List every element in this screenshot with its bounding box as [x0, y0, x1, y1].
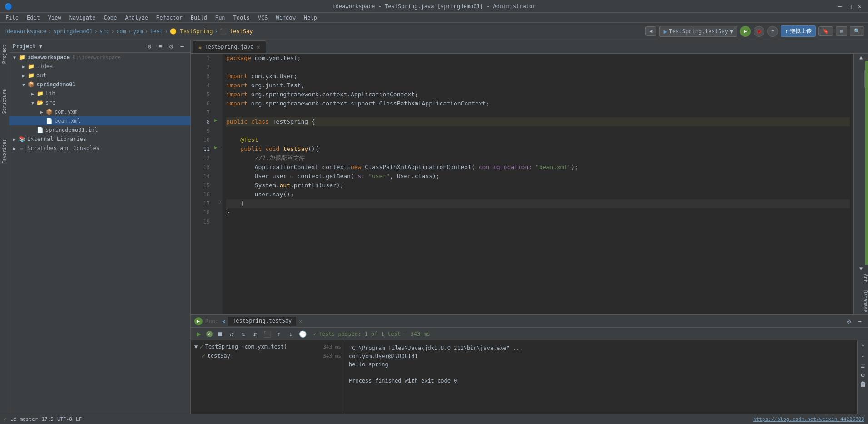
sort-button[interactable]: ⇅ — [239, 329, 248, 339]
run-config-dropdown[interactable]: ▶ TestSpring.testSay ▼ — [659, 26, 737, 37]
clock-button[interactable]: 🕐 — [298, 329, 307, 339]
line-num-10: 10 — [191, 135, 210, 145]
code-line-7 — [226, 108, 850, 117]
file-tree: ▼ 📁 ideaworkspace D:\ideaworkspace ▶ 📁 .… — [9, 53, 190, 414]
menu-run[interactable]: Run — [212, 14, 229, 22]
panel-close-button[interactable]: − — [178, 42, 187, 51]
breadcrumb-test[interactable]: test — [150, 28, 163, 35]
tree-label-src: src — [45, 100, 55, 106]
expand-arrow-springdemo01: ▼ — [20, 81, 27, 88]
tree-label-beanxml: bean.xml — [55, 118, 81, 124]
minimize-panel-button[interactable]: − — [855, 317, 864, 326]
menu-help[interactable]: Help — [300, 14, 321, 22]
console-output: "C:\Program Files\Java\jdk1.8.0_211\bin\… — [345, 340, 857, 414]
rerun-failed-button[interactable]: ↺ — [227, 329, 236, 339]
tree-item-comyxm[interactable]: ▶ 📦 com.yxm — [9, 107, 190, 116]
run-tab-label[interactable]: TestSpring.testSay — [228, 317, 296, 326]
tree-item-idea[interactable]: ▶ 📁 .idea — [9, 62, 190, 71]
run-button[interactable]: ▶ — [740, 26, 751, 37]
editor-area: ☕ TestSpring.java ✕ 1 2 3 4 5 — [191, 40, 868, 314]
console-scroll-up[interactable]: ↑ — [861, 342, 864, 349]
tree-item-src[interactable]: ▼ 📂 src — [9, 98, 190, 107]
line-num-5: 5 — [191, 90, 210, 99]
breadcrumb-yxm[interactable]: yxm — [133, 28, 143, 35]
bookmark-button[interactable]: 🔖 — [818, 26, 833, 36]
tree-item-out[interactable]: ▶ 📁 out — [9, 71, 190, 80]
console-filter-btn[interactable]: ⚙ — [861, 371, 864, 379]
tree-item-scratches[interactable]: ▶ ✏ Scratches and Consoles — [9, 144, 190, 153]
run-play-button[interactable]: ▶ — [194, 317, 203, 325]
panel-layout-button[interactable]: ≡ — [156, 42, 165, 51]
structure-tab-label[interactable]: Structure — [2, 86, 7, 116]
breadcrumb-testspring[interactable]: 🟡 TestSpring — [170, 28, 213, 35]
run-gutter-icon-8[interactable]: ▶ — [214, 117, 218, 123]
status-url[interactable]: https://blog.csdn.net/weixin_44226883 — [753, 416, 864, 422]
debug-button[interactable]: 🐞 — [754, 26, 764, 37]
run-gutter-icon-11[interactable]: ▶ — [214, 145, 218, 150]
menu-refactor[interactable]: Refactor — [153, 14, 186, 22]
test-tree-item-testspring[interactable]: ▼ ✓ TestSpring (com.yxm.test) 343 ms — [193, 342, 343, 351]
code-content[interactable]: package com.yxm.test; import com.yxm.Use… — [223, 54, 853, 314]
tree-item-springdemo01iml[interactable]: 📄 springdemo01.iml — [9, 125, 190, 135]
coverage-button[interactable]: ☂ — [767, 26, 778, 37]
tree-item-external-libs[interactable]: ▶ 📚 External Libraries — [9, 135, 190, 144]
upload-button[interactable]: ↑ 拖拽上传 — [781, 25, 816, 37]
favorites-tab-label[interactable]: Favorites — [2, 136, 7, 166]
settings-button[interactable]: ⚙ — [844, 317, 853, 326]
test-tree-item-testsay[interactable]: ✓ testSay 343 ms — [193, 351, 343, 360]
down-button[interactable]: ↓ — [286, 329, 295, 339]
run-tab-close[interactable]: ✕ — [299, 318, 302, 324]
console-clear-btn[interactable]: 🗑 — [860, 380, 866, 388]
tab-testspring-java[interactable]: ☕ TestSpring.java ✕ — [193, 40, 266, 53]
menu-build[interactable]: Build — [187, 14, 211, 22]
menu-window[interactable]: Window — [272, 14, 299, 22]
project-tab-label[interactable]: Project — [2, 42, 7, 66]
layout-button[interactable]: ▤ — [836, 26, 847, 36]
stop-button[interactable]: ⏹ — [215, 329, 224, 339]
sort-desc-button[interactable]: ⇵ — [251, 329, 260, 339]
test-method-label: testSay — [207, 353, 230, 359]
menu-bar: File Edit View Navigate Code Analyze Ref… — [0, 13, 868, 23]
scratches-icon: ✏ — [18, 145, 25, 152]
tree-item-beanxml[interactable]: 📄 bean.xml — [9, 116, 190, 125]
close-button[interactable]: ✕ — [856, 3, 863, 10]
menu-vcs[interactable]: VCS — [254, 14, 272, 22]
expand-arrow-src: ▼ — [29, 99, 36, 106]
panel-settings-button[interactable]: ⚙ — [167, 42, 176, 51]
up-button[interactable]: ↑ — [274, 329, 283, 339]
search-everywhere-button[interactable]: 🔍 — [850, 26, 864, 36]
minimize-button[interactable]: ─ — [836, 3, 843, 10]
tree-item-ideaworkspace[interactable]: ▼ 📁 ideaworkspace D:\ideaworkspace — [9, 53, 190, 62]
maximize-button[interactable]: □ — [846, 3, 853, 10]
menu-edit[interactable]: Edit — [23, 14, 44, 22]
menu-analyze[interactable]: Analyze — [121, 14, 152, 22]
tree-item-lib[interactable]: ▶ 📁 lib — [9, 89, 190, 98]
menu-view[interactable]: View — [45, 14, 65, 22]
tab-close-button[interactable]: ✕ — [257, 43, 260, 50]
database-panel-tab[interactable]: Database — [854, 289, 868, 314]
menu-file[interactable]: File — [2, 14, 22, 22]
bottom-content: ▼ ✓ TestSpring (com.yxm.test) 343 ms ✓ t… — [191, 340, 868, 414]
breadcrumb-testsay[interactable]: ⬛ testSay — [220, 28, 253, 35]
breadcrumb-src[interactable]: src — [99, 28, 109, 35]
panel-gear-button[interactable]: ⚙ — [145, 42, 154, 51]
folder-icon-ideaworkspace: 📁 — [18, 54, 25, 61]
console-scroll-down[interactable]: ↓ — [861, 351, 864, 359]
console-wrap-btn[interactable]: ≡ — [861, 362, 864, 369]
tree-item-springdemo01[interactable]: ▼ 📦 springdemo01 — [9, 80, 190, 89]
menu-navigate[interactable]: Navigate — [66, 14, 99, 22]
tree-label-lib: lib — [45, 90, 55, 97]
back-button[interactable]: ◀ — [645, 26, 657, 36]
breadcrumb-ideaworkspace[interactable]: ideaworkspace — [4, 28, 46, 35]
scroll-up-button[interactable]: ▲ — [854, 54, 868, 61]
project-panel-title: Project ▼ — [13, 43, 143, 50]
menu-code[interactable]: Code — [100, 14, 121, 22]
breadcrumb-springdemo01[interactable]: springdemo01 — [53, 28, 93, 35]
code-line-3: import com.yxm.User; — [226, 72, 850, 81]
menu-tools[interactable]: Tools — [230, 14, 253, 22]
rerun-button[interactable]: ▶ — [194, 329, 203, 339]
scroll-down-button[interactable]: ▼ — [854, 265, 868, 272]
breadcrumb-com[interactable]: com — [116, 28, 126, 35]
ant-panel-tab[interactable]: Ant — [854, 272, 868, 284]
export-button[interactable]: ⬛ — [263, 329, 272, 339]
